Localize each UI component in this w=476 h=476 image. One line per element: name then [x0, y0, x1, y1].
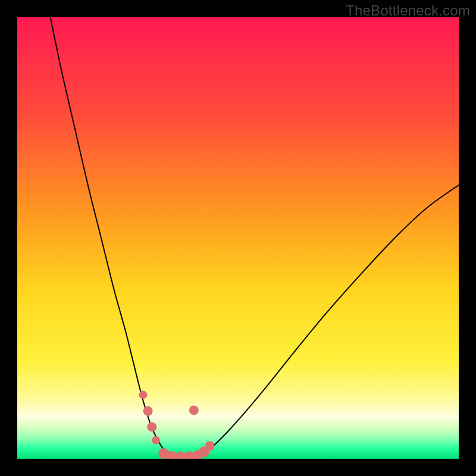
- valley-dot: [139, 390, 147, 399]
- plot-area: [17, 17, 459, 459]
- valley-dot: [143, 406, 153, 416]
- chart-svg: [17, 17, 459, 459]
- valley-dot: [152, 436, 160, 444]
- valley-dot: [147, 422, 156, 432]
- valley-dot: [189, 405, 199, 415]
- valley-dot: [205, 441, 215, 450]
- chart-frame: TheBottleneck.com: [0, 0, 476, 476]
- gradient-background: [17, 17, 459, 459]
- watermark-text: TheBottleneck.com: [346, 2, 470, 19]
